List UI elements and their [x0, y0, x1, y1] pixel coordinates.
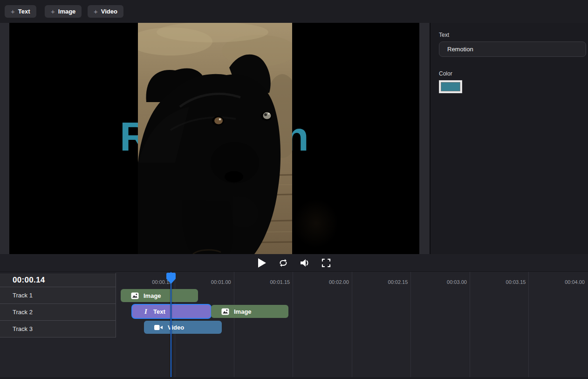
toolbar: + Text + Image + Video: [0, 0, 588, 23]
text-field-label: Text: [439, 32, 588, 38]
loop-button[interactable]: [277, 257, 289, 269]
fullscreen-icon: [321, 258, 331, 268]
color-picker-swatch[interactable]: [439, 80, 462, 93]
track-label-3: Track 3: [0, 321, 116, 338]
gridline: [234, 272, 234, 377]
timeline-scrollbar-track[interactable]: [0, 377, 588, 379]
plus-icon: +: [11, 7, 15, 15]
add-text-button[interactable]: + Text: [5, 5, 36, 18]
fullscreen-button[interactable]: [320, 257, 332, 269]
gridline: [293, 272, 293, 377]
track-label-2: Track 2: [0, 304, 116, 321]
gridline: [352, 272, 352, 377]
player-controls: [0, 254, 588, 272]
current-time-display: 00:00.14: [0, 273, 116, 287]
add-image-button[interactable]: + Image: [45, 5, 82, 18]
play-icon: [257, 258, 267, 268]
volume-icon: [300, 258, 310, 268]
gridline: [528, 272, 529, 377]
playhead-line: [171, 272, 171, 377]
svg-text:I: I: [144, 308, 148, 315]
loop-icon: [278, 258, 289, 268]
playhead-marker[interactable]: [165, 272, 177, 284]
clip-label: Image: [234, 308, 252, 315]
volume-button[interactable]: [299, 257, 311, 269]
video-editor-app: + Text + Image + Video Remotion: [0, 0, 588, 379]
timeline-area: 00:00.14 Track 1 Track 2 Track 3 00:00.1…: [0, 272, 588, 379]
clip-label: Text: [153, 308, 165, 315]
clip-text[interactable]: IText: [132, 305, 211, 318]
composition-canvas: Remotion: [9, 23, 419, 254]
dog-photo[interactable]: [138, 23, 292, 254]
clip-image[interactable]: Image: [211, 305, 288, 318]
gridline: [470, 272, 470, 377]
image-icon: [131, 292, 139, 299]
add-video-button[interactable]: + Video: [88, 5, 123, 18]
text-value-input[interactable]: [439, 41, 586, 57]
video-icon: [154, 324, 163, 331]
preview-stage: Remotion: [0, 23, 430, 254]
gridline: [410, 272, 411, 377]
image-icon: [221, 308, 229, 315]
timeline-left-panel: 00:00.14 Track 1 Track 2 Track 3: [0, 273, 116, 338]
plus-icon: +: [51, 7, 55, 15]
canvas-shadow-artifact: [294, 199, 338, 248]
color-field-label: Color: [439, 70, 588, 77]
add-text-label: Text: [18, 8, 30, 15]
add-video-label: Video: [101, 8, 117, 15]
text-icon: I: [143, 308, 149, 315]
clip-image[interactable]: Image: [121, 289, 198, 302]
clip-video[interactable]: Video: [144, 321, 222, 334]
plus-icon: +: [94, 7, 98, 15]
track-label-1: Track 1: [0, 287, 116, 304]
color-swatch-fill: [441, 82, 460, 91]
clip-label: Image: [144, 292, 161, 299]
play-button[interactable]: [256, 257, 268, 269]
inspector-panel: Text Color: [430, 23, 588, 254]
add-image-label: Image: [58, 8, 76, 15]
